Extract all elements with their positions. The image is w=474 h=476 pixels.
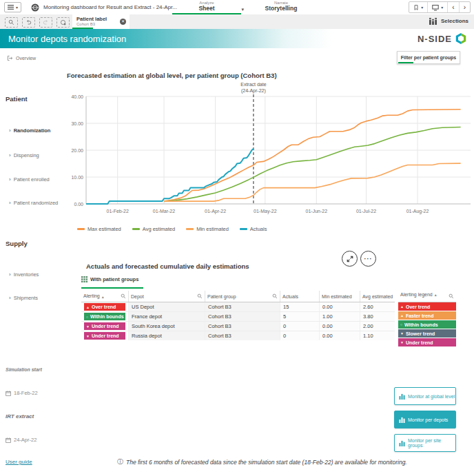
search-icon[interactable]: [449, 293, 454, 299]
sidebar-item-shipments[interactable]: › Shipments: [9, 295, 38, 301]
user-guide-link[interactable]: User guide: [6, 459, 32, 465]
next-sheet-button[interactable]: ›: [459, 2, 470, 12]
sidebar-item-label: Patient randomized: [14, 200, 59, 206]
button-monitor-at-global-level[interactable]: Monitor at global level: [394, 387, 456, 405]
column-header-actuals[interactable]: Actuals: [280, 291, 320, 302]
svg-text:20.00: 20.00: [71, 148, 83, 153]
alert-cell[interactable]: ▲Over trend: [81, 302, 129, 312]
table-cell[interactable]: Cohort B3: [205, 331, 280, 341]
alert-legend-item-faster-trend[interactable]: ▲Faster trend: [398, 311, 456, 320]
sidebar-item-overview[interactable]: Overview: [7, 55, 36, 61]
table-cell[interactable]: 0.00: [320, 302, 360, 312]
step-back-button[interactable]: [22, 17, 35, 28]
table-cell[interactable]: 0.00: [320, 322, 360, 331]
alert-legend-item-under-trend[interactable]: ▼Under trend: [398, 338, 456, 347]
window-controls: ▾ ▾ ‹ ›: [409, 1, 471, 13]
search-icon[interactable]: [197, 293, 203, 299]
chevron-right-icon: ›: [9, 152, 11, 158]
legend-item-avg-estimated[interactable]: Avg estimated: [132, 226, 175, 232]
sidebar-item-randomization[interactable]: › Randomization: [9, 127, 50, 134]
sidebar-item-dispensing[interactable]: › Dispensing: [9, 152, 39, 158]
page-header: Monitor depots randomization N-SIDE: [0, 29, 474, 48]
search-icon[interactable]: [121, 293, 126, 299]
sidebar-item-patient-randomized[interactable]: › Patient randomized: [9, 200, 58, 206]
brand-name: N-SIDE: [418, 34, 452, 44]
nav-narrate-storytelling[interactable]: Narrate Storytelling: [249, 1, 313, 12]
search-icon[interactable]: [272, 293, 278, 299]
caret-down-icon: ▾: [441, 6, 443, 10]
table-cell[interactable]: Cohort B3: [205, 322, 280, 331]
sidebar-item-label: Randomization: [14, 127, 51, 134]
table-cell[interactable]: 1.10: [360, 331, 395, 341]
column-header-patient-group[interactable]: Patient group: [205, 291, 280, 302]
app-title: Monitoring dashboard for Result and Extr…: [43, 4, 177, 10]
column-header-avg-estimated[interactable]: Avg estimated: [360, 291, 395, 302]
smart-search-button[interactable]: [5, 17, 18, 28]
table-cell[interactable]: France depot: [129, 312, 205, 322]
table-cell[interactable]: 2.00: [360, 322, 395, 331]
table-cell[interactable]: 0: [280, 331, 320, 341]
alerting-legend-header[interactable]: Alerting legend▲: [398, 291, 456, 302]
selections-tool[interactable]: Selections: [429, 17, 468, 25]
legend-item-actuals[interactable]: Actuals: [240, 226, 267, 232]
column-header-min-estimated[interactable]: Min estimated: [320, 291, 360, 302]
clear-selections-button[interactable]: [56, 17, 70, 28]
table-cell[interactable]: 3.80: [360, 312, 395, 322]
chevron-right-icon: ›: [9, 295, 11, 301]
caret-down-icon: ▾: [16, 6, 18, 10]
estimations-table[interactable]: Alerting▲DepotPatient groupActualsMin es…: [81, 291, 395, 340]
button-monitor-per-site-groups[interactable]: Monitor per site groups: [394, 434, 456, 452]
table-cell[interactable]: 15: [280, 302, 320, 312]
top-menu-bar: ▾ Monitoring dashboard for Result and Ex…: [0, 0, 474, 15]
legend-item-max-estimated[interactable]: Max estimated: [77, 226, 121, 232]
alert-cell[interactable]: ▼Under trend: [81, 322, 129, 331]
alert-icon: ▼: [86, 334, 90, 338]
sheets-button[interactable]: ▾: [427, 2, 447, 12]
column-header-depot[interactable]: Depot: [129, 291, 205, 302]
alert-legend-item-slower-trend[interactable]: ▼Slower trend: [398, 329, 456, 338]
svg-text:0.00: 0.00: [74, 202, 83, 207]
column-header-alerting[interactable]: Alerting▲: [81, 291, 129, 302]
table-cell[interactable]: 1.00: [320, 312, 360, 322]
bookmarks-button[interactable]: ▾: [409, 2, 427, 12]
filter-per-patient-groups-button[interactable]: Filter per patient groups: [397, 51, 460, 64]
hamburger-icon: [8, 5, 14, 10]
table-cell[interactable]: Cohort B3: [205, 312, 280, 322]
alert-cell[interactable]: ○Within bounds: [81, 312, 129, 322]
alert-legend-item-over-trend[interactable]: ▲Over trend: [398, 302, 456, 311]
selections-label: Selections: [441, 18, 468, 24]
chevron-right-icon: ›: [9, 200, 11, 206]
table-row: ▲Over trendUS DepotCohort B3150.002.605.…: [81, 302, 395, 312]
main-menu-button[interactable]: ▾: [4, 2, 21, 12]
tab-patient-label[interactable]: Patient label Cohort B3 ✕: [72, 14, 130, 29]
close-icon[interactable]: ✕: [120, 19, 126, 25]
step-forward-button[interactable]: [39, 17, 52, 28]
forecast-line-chart[interactable]: 01-Feb-2201-Mar-2201-Apr-2201-May-2201-J…: [65, 80, 474, 218]
alert-legend-item-within-bounds[interactable]: ○Within bounds: [398, 320, 456, 329]
table-cell[interactable]: Russia depot: [129, 331, 205, 341]
table-cell[interactable]: 2.60: [360, 302, 395, 312]
button-monitor-per-depots[interactable]: Monitor per depots: [394, 411, 456, 428]
bookmark-icon: [413, 4, 419, 11]
table-cell[interactable]: 0.00: [320, 331, 360, 341]
more-options-button[interactable]: ···: [360, 251, 376, 267]
expand-button[interactable]: [342, 251, 358, 267]
table-tab-with-patient-groups[interactable]: With patient groups: [81, 276, 138, 282]
previous-sheet-button[interactable]: ‹: [447, 2, 458, 12]
table-cell[interactable]: 5: [280, 312, 320, 322]
alert-icon: ▲: [86, 305, 90, 309]
table-cell[interactable]: 0: [280, 322, 320, 331]
svg-text:30.00: 30.00: [71, 121, 83, 126]
narrate-value: Storytelling: [249, 6, 313, 12]
table-cell[interactable]: South Korea depot: [129, 322, 205, 331]
legend-item-min-estimated[interactable]: Min estimated: [186, 226, 229, 232]
chevron-down-icon[interactable]: ▾: [241, 7, 244, 12]
nav-analyze-sheet[interactable]: Analyze Sheet ▾: [171, 1, 243, 12]
alert-cell[interactable]: ▼Under trend: [81, 331, 129, 341]
sidebar-item-patient-enrolled[interactable]: › Patient enrolled: [9, 176, 50, 183]
table-cell[interactable]: US Depot: [129, 302, 205, 312]
svg-text:01-Jun-22: 01-Jun-22: [306, 209, 328, 214]
sidebar-item-inventories[interactable]: › Inventories: [9, 271, 39, 278]
chevron-right-icon: ›: [464, 4, 466, 11]
table-cell[interactable]: Cohort B3: [205, 302, 280, 312]
